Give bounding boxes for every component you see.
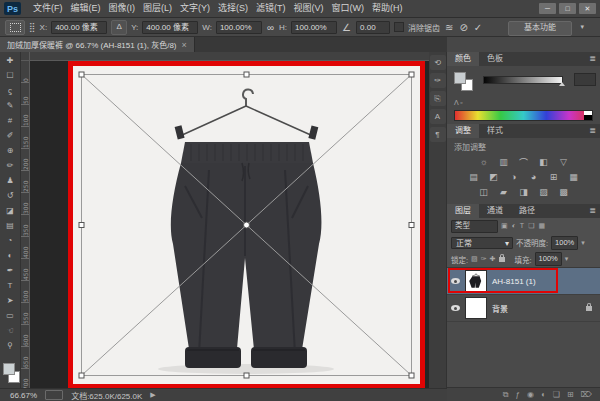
new-group-icon[interactable]: ❏ [553,388,560,401]
menu-item[interactable]: 视图(V) [290,0,328,17]
y-position-field[interactable]: 400.00 像素 [142,21,198,34]
filter-pixel-layers-icon[interactable]: ▣ [501,222,508,230]
lock-all-icon[interactable] [499,257,505,262]
vibrance-icon[interactable]: ▽ [557,156,570,168]
foreground-color-swatch[interactable] [454,72,466,84]
gray-value-field[interactable] [574,73,596,86]
menu-item[interactable]: 编辑(E) [67,0,105,17]
brush-tool[interactable]: ✏ [0,158,21,173]
curves-icon[interactable]: ⌒ [517,156,530,168]
grayscale-slider[interactable] [483,76,563,84]
tab-swatches[interactable]: 色板 [479,52,511,66]
photo-filter-icon[interactable]: ◕ [527,171,540,183]
layer-effects-icon[interactable]: ƒ [516,388,520,401]
status-menu-arrow-icon[interactable]: ▶ [150,391,155,399]
close-button[interactable]: ✕ [579,3,596,14]
canvas-image[interactable] [73,66,420,384]
link-dimensions-icon[interactable]: ∞ [266,21,275,34]
zoom-level-field[interactable]: 66.67% [10,391,37,400]
minimize-button[interactable]: ─ [539,3,556,14]
lock-position-icon[interactable]: ✚ [490,255,496,263]
color-balance-icon[interactable]: ◩ [487,171,500,183]
hand-tool[interactable]: ☜ [0,323,21,338]
layer-row-background[interactable]: 背景 [447,295,600,322]
slider-thumb[interactable] [559,82,565,86]
menu-item[interactable]: 窗口(W) [328,0,369,17]
foreground-color-swatch[interactable] [3,363,15,375]
new-adjustment-layer-icon[interactable]: ◐ [541,388,546,401]
zoom-tool[interactable]: ⚲ [0,338,21,353]
x-position-field[interactable]: 400.00 像素 [51,21,107,34]
close-tab-icon[interactable]: × [182,40,187,50]
gradient-map-icon[interactable]: ▨ [537,186,550,198]
path-selection-tool[interactable]: ➤ [0,293,21,308]
layer-filter-dropdown[interactable]: 类型 [451,220,498,233]
eraser-tool[interactable]: ◪ [0,203,21,218]
panel-menu-icon[interactable]: ≣ [589,54,596,63]
color-lookup-icon[interactable]: ▦ [567,171,580,183]
document-tab[interactable]: 加绒加厚保暖裤 @ 66.7% (AH-8151 (1), 灰色/8) × [0,37,195,52]
status-dropdown[interactable] [45,390,63,400]
lasso-tool[interactable]: ϛ [0,83,21,98]
tab-paths[interactable]: 路径 [511,204,543,218]
new-layer-icon[interactable]: ⊞ [567,388,574,401]
opacity-dropdown[interactable]: 100% [551,236,578,250]
tab-channels[interactable]: 通道 [479,204,511,218]
tab-layers[interactable]: 图层 [447,204,479,218]
visibility-eye-icon[interactable] [451,305,460,311]
menu-item[interactable]: 图像(I) [105,0,140,17]
filter-shape-layers-icon[interactable]: ❏ [528,222,534,230]
brush-panel-icon[interactable]: ✑ [430,73,446,88]
transform-tool-icon[interactable] [5,20,25,35]
gradient-tool[interactable]: ▤ [0,218,21,233]
color-spectrum-bar[interactable] [454,110,593,121]
layer-thumbnail[interactable] [465,270,487,292]
clone-stamp-tool[interactable]: ♟ [0,173,21,188]
commit-transform-icon[interactable]: ✓ [473,21,483,34]
black-white-icon[interactable]: ◑ [507,171,520,183]
tab-styles[interactable]: 样式 [479,124,511,138]
tab-color[interactable]: 颜色 [447,52,479,66]
eyedropper-tool[interactable]: ✐ [0,128,21,143]
relative-position-button[interactable]: Δ [111,20,127,35]
menu-item[interactable]: 帮助(H) [368,0,407,17]
hue-saturation-icon[interactable]: ▤ [467,171,480,183]
selective-color-icon[interactable]: ▩ [557,186,570,198]
layer-thumbnail[interactable] [465,297,487,319]
menu-item[interactable]: 图层(L) [139,0,176,17]
filter-adjustment-layers-icon[interactable]: ◐ [512,222,516,230]
layer-row-ah-8151[interactable]: AH-8151 (1) [447,268,600,295]
crop-tool[interactable]: # [0,113,21,128]
width-scale-field[interactable]: 100.00% [216,21,262,34]
menu-item[interactable]: 文字(Y) [176,0,214,17]
shape-tool[interactable]: ▭ [0,308,21,323]
menu-item[interactable]: 文件(F) [29,0,67,17]
add-mask-icon[interactable]: ◉ [527,388,534,401]
workspace-switcher[interactable]: 基本功能 [508,21,572,36]
lock-image-icon[interactable]: ✑ [481,255,487,263]
delete-layer-icon[interactable]: ⌦ [581,388,592,401]
panel-menu-icon[interactable]: ≣ [589,126,596,135]
blur-tool[interactable]: ◔ [0,233,21,248]
warp-mode-icon[interactable]: ≋ [444,21,454,34]
lock-transparency-icon[interactable]: ▨ [471,255,478,263]
move-tool[interactable]: ✚ [0,53,21,68]
filter-smart-objects-icon[interactable]: ▦ [538,222,545,230]
clone-source-panel-icon[interactable]: ⎘ [430,91,446,106]
menu-item[interactable]: 选择(S) [214,0,252,17]
threshold-icon[interactable]: ◨ [517,186,530,198]
levels-icon[interactable]: ▥ [497,156,510,168]
maximize-button[interactable]: □ [559,3,576,14]
link-layers-icon[interactable]: ⧉ [503,388,509,401]
rotate-angle-field[interactable]: 0.00 [356,21,390,34]
history-panel-icon[interactable]: ⟲ [430,55,446,70]
height-scale-field[interactable]: 100.00% [291,21,337,34]
channel-mixer-icon[interactable]: ⊞ [547,171,560,183]
panel-menu-icon[interactable]: ≣ [589,206,596,215]
reference-point-locator[interactable]: ⣿ [29,21,36,34]
exposure-icon[interactable]: ◧ [537,156,550,168]
tab-adjustments[interactable]: 调整 [447,124,479,138]
quick-selection-tool[interactable]: ✎ [0,98,21,113]
character-panel-icon[interactable]: A [430,109,446,124]
fill-dropdown[interactable]: 100% [535,252,562,266]
